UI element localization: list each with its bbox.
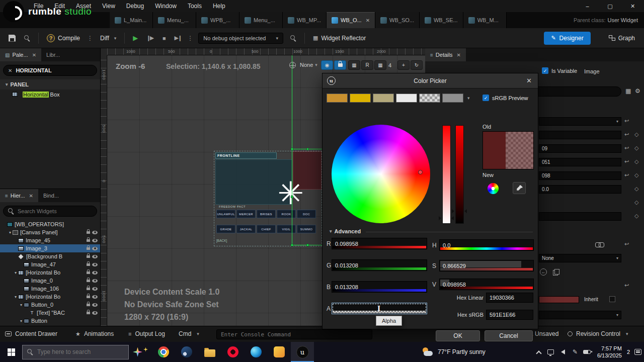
property-field[interactable] (539, 212, 621, 221)
lock-icon[interactable] (87, 272, 90, 274)
reset-to-default-icon[interactable]: ↩ (624, 118, 629, 124)
find-debug-object-button[interactable] (286, 32, 300, 45)
hierarchy-item[interactable]: Image_106 (0, 285, 100, 293)
notification-center-button[interactable] (632, 342, 644, 362)
srgb-checkbox[interactable]: ✓ (482, 95, 489, 101)
show-hidden-icons-button[interactable] (533, 342, 545, 362)
expand-arrow-icon[interactable]: ▾ (19, 303, 24, 307)
hierarchy-item[interactable]: T[Text] "BAC (0, 309, 100, 317)
lock-icon[interactable] (87, 280, 90, 282)
taskbar-app-file-explorer[interactable] (198, 342, 221, 362)
visibility-icon[interactable] (92, 263, 98, 266)
diamond-icon[interactable]: ◇ (634, 172, 638, 178)
dialog-title-bar[interactable]: u Color Picker ✕ (323, 73, 538, 88)
property-dropdown[interactable]: None▾ (539, 254, 621, 262)
surface-icon[interactable] (289, 62, 296, 68)
taskbar-clock[interactable]: 7:57 PM 6/13/2025 (597, 345, 622, 359)
graph-mode-button[interactable]: Graph (605, 32, 639, 44)
value-bar[interactable] (455, 125, 464, 224)
clear-filter-icon[interactable]: ✕ (8, 68, 12, 73)
editor-tab[interactable]: WB_SE... (420, 12, 463, 28)
visibility-icon[interactable] (92, 303, 98, 307)
resize-handle[interactable] (291, 244, 293, 246)
expand-arrow-icon[interactable]: ▾ (13, 295, 18, 299)
channel-b-slider[interactable]: 0.013208 (332, 281, 427, 293)
slider-marker-icon[interactable] (451, 216, 454, 220)
theme-swatch[interactable] (396, 94, 417, 103)
operator-slot[interactable]: BRISES (257, 210, 276, 218)
frame-skip-button[interactable]: ❙▶ (143, 32, 156, 44)
animations-button[interactable]: ★Animations (75, 330, 114, 337)
theme-swatch[interactable] (373, 94, 394, 103)
visibility-icon[interactable] (92, 311, 98, 315)
hierarchy-item[interactable]: ▾Button_0 (0, 301, 100, 309)
window-maximize-button[interactable]: ▢ (599, 0, 621, 12)
property-dropdown[interactable]: ▾ (539, 117, 621, 126)
reset-to-default-icon[interactable]: ↩ (624, 131, 629, 138)
menu-debug[interactable]: Debug (121, 0, 149, 12)
lock-icon[interactable] (87, 288, 90, 290)
reset-to-default-icon[interactable]: ↩ (624, 158, 629, 165)
operator-slot[interactable]: GRADE (216, 225, 235, 233)
diamond-icon[interactable]: ◇ (634, 158, 638, 165)
diamond-icon[interactable]: ◇ (634, 199, 638, 206)
menu-view[interactable]: View (97, 0, 121, 12)
weather-widget[interactable]: 77°F Partly sunny (422, 342, 486, 362)
hierarchy-item[interactable]: ▾[Horizontal Bo (0, 293, 100, 301)
channel-a-slider[interactable]: I (332, 303, 427, 314)
visibility-icon[interactable] (92, 295, 98, 299)
snap-size-value[interactable]: 4 (388, 62, 391, 68)
visibility-icon[interactable] (92, 239, 98, 242)
menu-window[interactable]: Window (149, 0, 182, 12)
tray-display-icon[interactable] (545, 342, 557, 362)
editor-tab[interactable]: WB_MP... (283, 12, 327, 28)
hierarchy-item[interactable]: Image_47 (0, 260, 100, 268)
lock-icon[interactable] (87, 312, 90, 314)
resize-handle[interactable] (291, 148, 293, 150)
reset-to-default-icon[interactable]: ↩ (624, 145, 629, 151)
tab-hierarchy[interactable]: ≡Hier...✕ (0, 189, 38, 202)
expand-arrow-icon[interactable]: ▾ (13, 270, 18, 275)
visibility-icon[interactable] (92, 247, 98, 250)
tray-volume-icon[interactable] (557, 342, 569, 362)
expand-arrow-icon[interactable]: ▾ (8, 230, 13, 235)
taskbar-app-edge[interactable] (245, 342, 268, 362)
visibility-icon[interactable] (92, 255, 98, 258)
close-dialog-icon[interactable]: ✕ (525, 77, 533, 84)
tray-pen-icon[interactable]: ✎ (569, 342, 581, 362)
selection-box[interactable] (292, 149, 324, 245)
property-field[interactable]: 051 (539, 158, 621, 166)
ok-button[interactable]: OK (436, 330, 480, 341)
lock-icon[interactable] (87, 296, 90, 298)
taskbar-app-media-app[interactable] (268, 342, 291, 362)
reset-to-default-icon[interactable]: ↩ (624, 172, 629, 178)
operator-slot[interactable]: MERCER (236, 210, 256, 218)
stop-button[interactable]: ■ (157, 32, 170, 44)
cmd-dropdown[interactable]: Cmd▾ (179, 330, 199, 337)
close-hierarchy-icon[interactable]: ✕ (29, 193, 33, 199)
lock-icon[interactable] (87, 247, 90, 250)
saturation-bar[interactable] (442, 125, 451, 224)
editor-tab[interactable]: WB_O...✕ (327, 12, 375, 28)
close-tab-icon[interactable]: ✕ (366, 18, 370, 23)
property-field[interactable]: 09 (539, 144, 621, 153)
diamond-icon[interactable]: ◇ (634, 131, 638, 138)
property-field[interactable]: 0.0 (539, 185, 621, 194)
color-themes-button[interactable] (488, 183, 499, 194)
hierarchy-item[interactable]: ▾Button (0, 317, 100, 325)
debug-object-select[interactable]: No debug object selected▾ (198, 33, 283, 44)
editor-tab[interactable]: WB_SO... (375, 12, 420, 28)
content-drawer-button[interactable]: Content Drawer (5, 330, 57, 337)
respect-locks-button[interactable]: R (361, 60, 373, 70)
compile-options-icon[interactable]: ⋮ (85, 35, 95, 42)
taskbar-app-unreal-engine[interactable]: u (291, 342, 314, 362)
chevron-down-icon[interactable]: ▾ (467, 96, 470, 101)
operator-slot[interactable]: JACKAL (236, 225, 256, 233)
zoom-to-fit-button[interactable]: + (397, 60, 410, 70)
widget-search-input[interactable] (18, 208, 88, 214)
cancel-button[interactable]: Cancel (485, 330, 533, 341)
lock-icon[interactable] (87, 255, 90, 258)
color-wheel[interactable] (332, 125, 430, 223)
play-options-icon[interactable]: ⋮ (185, 35, 195, 42)
operator-slot[interactable]: CHIEF (257, 225, 276, 233)
